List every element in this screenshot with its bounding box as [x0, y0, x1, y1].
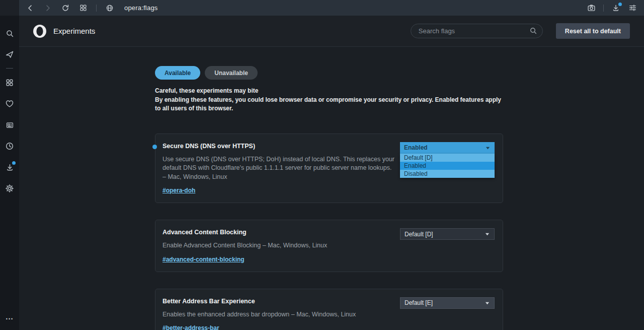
- sidebar-divider: [6, 68, 13, 69]
- chevron-down-icon: [485, 300, 490, 306]
- flag-permalink[interactable]: #better-address-bar: [163, 324, 219, 330]
- flag-card-advanced-content-blocking: Advanced Content Blocking Enable Advance…: [155, 220, 503, 272]
- warning-line2: By enabling these features, you could lo…: [155, 96, 507, 113]
- dropdown-option-default[interactable]: Default [D]: [400, 154, 495, 162]
- dropdown-option-disabled[interactable]: Disabled: [400, 170, 495, 178]
- flag-description: Use secure DNS (DNS over HTTPS; DoH) ins…: [163, 155, 395, 182]
- flag-dropdown-value: Enabled: [404, 144, 428, 151]
- search-icon: [529, 27, 537, 35]
- back-icon[interactable]: [26, 4, 35, 13]
- forward-icon[interactable]: [43, 4, 52, 13]
- personal-news-icon[interactable]: [0, 114, 19, 136]
- downloads-icon[interactable]: [611, 4, 620, 13]
- topbar-divider: [96, 5, 97, 12]
- tab-unavailable[interactable]: Unavailable: [205, 66, 258, 80]
- experiments-warning: Careful, these experiments may bite By e…: [155, 87, 507, 113]
- flag-dropdown-menu: Default [D] Enabled Disabled: [400, 154, 495, 178]
- flag-dropdown-value: Default [D]: [405, 231, 433, 238]
- history-clock-icon[interactable]: [0, 136, 19, 157]
- browser-topbar: opera:flags: [0, 0, 644, 16]
- download-badge: [12, 161, 16, 165]
- opera-logo: [33, 24, 47, 38]
- flags-content: Available Unavailable Careful, these exp…: [19, 47, 644, 330]
- search-flags-input[interactable]: [411, 24, 543, 38]
- easy-setup-icon[interactable]: [628, 4, 637, 13]
- page-header: Experiments Reset all to default: [19, 16, 644, 47]
- flag-description: Enable Advanced Content Blocking – Mac, …: [163, 241, 395, 250]
- flag-dropdown-value: Default [E]: [405, 299, 433, 306]
- page-title: Experiments: [53, 27, 95, 35]
- nav-controls: opera:flags: [26, 4, 158, 13]
- search-flags-field: [411, 24, 543, 38]
- snapshot-camera-icon[interactable]: [587, 4, 596, 13]
- flag-permalink[interactable]: #advanced-content-blocking: [163, 256, 245, 263]
- reload-icon[interactable]: [61, 4, 70, 13]
- download-badge: [618, 3, 622, 6]
- chevron-down-icon: [485, 231, 490, 237]
- downloads-sidebar-icon[interactable]: [0, 157, 19, 178]
- topbar-divider: [603, 5, 604, 12]
- search-icon[interactable]: [0, 23, 19, 44]
- warning-line1: Careful, these experiments may bite: [155, 87, 507, 96]
- sidebar-more-button[interactable]: ...: [0, 312, 19, 321]
- flag-dropdown-open[interactable]: Enabled: [400, 142, 495, 154]
- flag-card-better-address-bar: Better Address Bar Experience Enables th…: [155, 289, 503, 330]
- flag-dropdown[interactable]: Default [E]: [400, 297, 495, 309]
- flag-permalink[interactable]: #opera-doh: [163, 187, 195, 194]
- reset-all-button[interactable]: Reset all to default: [556, 23, 630, 39]
- flag-dropdown[interactable]: Default [D]: [400, 228, 495, 240]
- sidebar: ...: [0, 16, 19, 330]
- chevron-down-icon: [485, 145, 491, 151]
- topbar-corner: [0, 0, 19, 16]
- availability-tabs: Available Unavailable: [155, 66, 644, 80]
- flag-description: Enables the enhanced address bar dropdow…: [163, 310, 395, 319]
- workspaces-icon[interactable]: [0, 72, 19, 93]
- topbar-actions: [587, 4, 644, 13]
- tab-available[interactable]: Available: [155, 66, 200, 80]
- flag-card-secure-dns: Secure DNS (DNS over HTTPS) Use secure D…: [155, 134, 503, 204]
- bookmarks-heart-icon[interactable]: [0, 93, 19, 114]
- dropdown-option-enabled[interactable]: Enabled: [400, 162, 495, 170]
- address-bar-url[interactable]: opera:flags: [124, 4, 158, 12]
- modified-flag-dot: [152, 145, 157, 149]
- settings-gear-icon[interactable]: [0, 178, 19, 199]
- flag-list: Secure DNS (DNS over HTTPS) Use secure D…: [155, 134, 644, 330]
- tile-tabs-icon[interactable]: [78, 4, 88, 13]
- my-flow-icon[interactable]: [0, 44, 19, 65]
- site-globe-icon[interactable]: [105, 4, 114, 13]
